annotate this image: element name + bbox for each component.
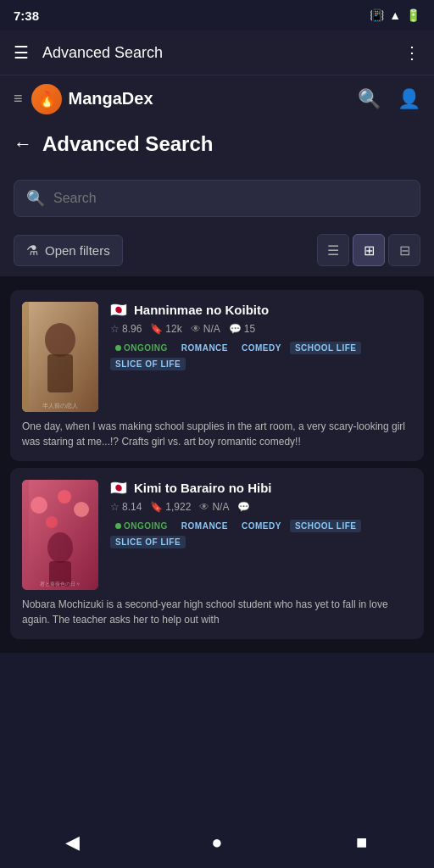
- status-dot-1: [115, 345, 121, 351]
- manga-card-top-2: 君と薔薇色の日々 🇯🇵 Kimi to Barairo no Hibi ☆ 8.…: [22, 480, 412, 590]
- star-icon-2: ☆: [110, 501, 120, 513]
- star-icon: ☆: [110, 323, 120, 335]
- tag-schoollife-1: SCHOOL LIFE: [290, 342, 362, 354]
- manga-title-row-1: 🇯🇵 Hanninmae no Koibito: [110, 302, 412, 318]
- svg-point-10: [46, 516, 58, 528]
- svg-rect-13: [22, 480, 29, 590]
- more-options-icon[interactable]: ⋮: [403, 42, 420, 63]
- svg-rect-3: [47, 354, 73, 392]
- manga-title-row-2: 🇯🇵 Kimi to Barairo no Hibi: [110, 480, 412, 496]
- search-box[interactable]: 🔍: [14, 180, 420, 217]
- app-bar-left: ☰ Advanced Search: [14, 42, 163, 63]
- svg-rect-4: [22, 302, 29, 412]
- tag-sliceoflife-1: SLICE OF LIFE: [110, 358, 186, 370]
- manga-cover-2[interactable]: 君と薔薇色の日々: [22, 480, 98, 590]
- tags-row-2: ONGOING ROMANCE COMEDY SCHOOL LIFE SLICE…: [110, 520, 412, 548]
- comments-stat-2: 💬: [237, 501, 253, 513]
- detail-view-button[interactable]: ⊞: [353, 234, 385, 266]
- svg-point-7: [31, 497, 47, 514]
- brand-bar: ≡ 🔥 MangaDex 🔍 👤: [0, 75, 434, 122]
- app-bar: ☰ Advanced Search ⋮: [0, 31, 434, 75]
- svg-point-11: [47, 532, 73, 563]
- manga-description-1: One day, when I was making school suppli…: [22, 419, 412, 449]
- tag-comedy-2: COMEDY: [236, 520, 287, 532]
- svg-text:君と薔薇色の日々: 君と薔薇色の日々: [40, 581, 81, 587]
- tag-schoollife-2: SCHOOL LIFE: [290, 520, 362, 532]
- bottom-spacer: [0, 653, 434, 707]
- vibrate-icon: 📳: [370, 8, 384, 22]
- comment-icon-2: 💬: [237, 501, 250, 513]
- manga-cover-1[interactable]: 半人前の恋人: [22, 302, 98, 412]
- hamburger-icon[interactable]: ☰: [14, 42, 29, 63]
- page-title: Advanced Search: [42, 132, 213, 156]
- list-view-button[interactable]: ☰: [317, 234, 349, 266]
- battery-icon: 🔋: [406, 8, 420, 22]
- eye-icon-2: 👁: [199, 501, 209, 513]
- app-bar-title: Advanced Search: [42, 44, 163, 62]
- status-icons: 📳 ▲ 🔋: [370, 8, 420, 22]
- open-filters-label: Open filters: [45, 243, 110, 258]
- tags-row-1: ONGOING ROMANCE COMEDY SCHOOL LIFE SLICE…: [110, 342, 412, 370]
- views-stat-1: 👁 N/A: [191, 323, 220, 335]
- back-arrow[interactable]: ←: [14, 133, 32, 155]
- svg-point-2: [45, 323, 75, 357]
- manga-info-2: 🇯🇵 Kimi to Barairo no Hibi ☆ 8.14 🔖 1,92…: [110, 480, 412, 590]
- manga-title-2: Kimi to Barairo no Hibi: [134, 481, 272, 495]
- bookmark-icon: 🔖: [150, 323, 163, 335]
- filter-icon[interactable]: ≡: [14, 90, 23, 108]
- rating-stat-1: ☆ 8.96: [110, 323, 142, 335]
- content-area: 半人前の恋人 🇯🇵 Hanninmae no Koibito ☆ 8.96 🔖 …: [0, 276, 434, 653]
- tag-sliceoflife-2: SLICE OF LIFE: [110, 536, 186, 548]
- manga-description-2: Nobara Mochizuki is a second-year high s…: [22, 597, 412, 627]
- manga-stats-2: ☆ 8.14 🔖 1,922 👁 N/A 💬: [110, 501, 412, 513]
- brand-left: ≡ 🔥 MangaDex: [14, 84, 153, 114]
- search-input[interactable]: [53, 191, 408, 206]
- tag-comedy-1: COMEDY: [236, 342, 287, 354]
- grid-view-button[interactable]: ⊟: [388, 234, 420, 266]
- manga-flag-2: 🇯🇵: [110, 480, 127, 496]
- views-stat-2: 👁 N/A: [199, 501, 229, 513]
- svg-point-9: [74, 502, 89, 517]
- nav-bar: ◀ ● ■: [0, 821, 434, 868]
- brand-right: 🔍 👤: [358, 88, 420, 110]
- manga-stats-1: ☆ 8.96 🔖 12k 👁 N/A 💬 15: [110, 323, 412, 335]
- tag-ongoing-2: ONGOING: [110, 520, 173, 532]
- brand-search-icon[interactable]: 🔍: [358, 88, 381, 110]
- manga-card: 半人前の恋人 🇯🇵 Hanninmae no Koibito ☆ 8.96 🔖 …: [10, 290, 424, 461]
- tag-ongoing-1: ONGOING: [110, 342, 173, 354]
- nav-home-button[interactable]: ●: [200, 827, 234, 858]
- eye-icon: 👁: [191, 323, 201, 335]
- comments-stat-1: 💬 15: [229, 323, 255, 335]
- search-container: 🔍: [0, 170, 434, 227]
- nav-recent-button[interactable]: ■: [345, 827, 379, 858]
- open-filters-button[interactable]: ⚗ Open filters: [14, 235, 123, 266]
- brand-logo[interactable]: 🔥 MangaDex: [31, 84, 153, 114]
- bookmark-stat-2: 🔖 1,922: [150, 501, 191, 513]
- search-box-icon: 🔍: [26, 189, 45, 208]
- status-time: 7:38: [14, 8, 39, 23]
- bookmark-stat-1: 🔖 12k: [150, 323, 181, 335]
- rating-stat-2: ☆ 8.14: [110, 501, 142, 513]
- filter-funnel-icon: ⚗: [26, 242, 38, 259]
- tag-romance-1: ROMANCE: [176, 342, 233, 354]
- nav-back-button[interactable]: ◀: [55, 827, 89, 858]
- brand-logo-icon: 🔥: [31, 84, 62, 114]
- filter-row: ⚗ Open filters ☰ ⊞ ⊟: [0, 227, 434, 276]
- page-header: ← Advanced Search: [0, 122, 434, 170]
- svg-text:半人前の恋人: 半人前の恋人: [42, 403, 78, 409]
- brand-user-icon[interactable]: 👤: [398, 88, 420, 110]
- brand-name: MangaDex: [69, 89, 153, 108]
- status-bar: 7:38 📳 ▲ 🔋: [0, 0, 434, 31]
- manga-info-1: 🇯🇵 Hanninmae no Koibito ☆ 8.96 🔖 12k 👁 N…: [110, 302, 412, 412]
- manga-card-top: 半人前の恋人 🇯🇵 Hanninmae no Koibito ☆ 8.96 🔖 …: [22, 302, 412, 412]
- manga-title-1: Hanninmae no Koibito: [134, 303, 269, 317]
- view-toggles: ☰ ⊞ ⊟: [317, 234, 420, 266]
- status-dot-2: [115, 523, 121, 529]
- manga-flag-1: 🇯🇵: [110, 302, 127, 318]
- manga-card-2: 君と薔薇色の日々 🇯🇵 Kimi to Barairo no Hibi ☆ 8.…: [10, 468, 424, 639]
- svg-point-8: [58, 490, 71, 504]
- comment-icon: 💬: [229, 323, 242, 335]
- wifi-icon: ▲: [389, 8, 401, 22]
- bookmark-icon-2: 🔖: [150, 501, 163, 513]
- tag-romance-2: ROMANCE: [176, 520, 233, 532]
